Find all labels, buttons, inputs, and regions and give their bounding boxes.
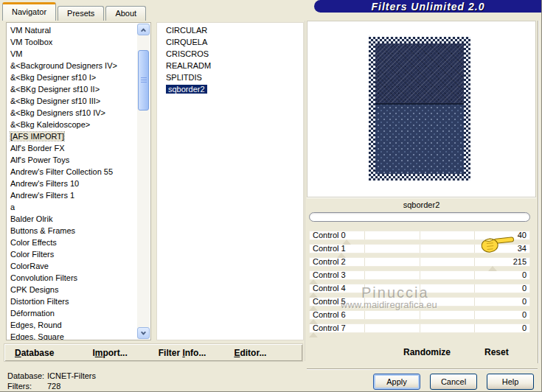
category-list-item[interactable]: VM Natural <box>7 24 137 36</box>
category-list-item[interactable]: &<Bkg Kaleidoscope> <box>7 119 137 130</box>
category-list-item[interactable]: Balder Olrik <box>7 213 137 225</box>
tab-strip: Navigator Presets About <box>2 2 147 21</box>
control-slider-row[interactable]: Control 3 0 <box>309 270 530 280</box>
filters-label: Filters: <box>7 381 47 391</box>
preview-progress-bar <box>309 212 530 222</box>
slider-thumb[interactable] <box>488 266 497 271</box>
slider-thumb[interactable] <box>309 306 318 311</box>
category-list-item[interactable]: Convolution Filters <box>7 272 137 284</box>
scrollbar-thumb[interactable] <box>138 50 149 111</box>
filter-list-item[interactable]: REALRADM <box>157 60 303 71</box>
filter-list[interactable]: CIRCULARCIRQUELACRISCROSREALRADMSPLITDIS… <box>156 22 304 340</box>
preview-caption-strip: sqborder2 <box>307 197 536 211</box>
tab-navigator[interactable]: Navigator <box>2 2 56 21</box>
preview-caption: sqborder2 <box>403 200 440 209</box>
category-list-item[interactable]: Andrew's Filters 1 <box>7 189 137 201</box>
category-list-item[interactable]: &<Bkg Designer sf10 III> <box>7 95 137 107</box>
category-list-item[interactable]: ColorRave <box>7 260 137 272</box>
editor-menu-item[interactable]: Editor... <box>234 348 266 358</box>
scroll-down-button[interactable] <box>137 327 150 339</box>
slider-track[interactable]: Control 2 215 <box>309 257 530 267</box>
slider-thumb[interactable] <box>342 239 351 245</box>
category-list-item[interactable]: Distortion Filters <box>7 295 137 307</box>
control-label: Control 7 <box>313 324 346 332</box>
watermark-site: www.maidiregrafica.eu <box>341 299 437 310</box>
control-label: Control 2 <box>313 258 346 266</box>
control-value: 0 <box>522 284 527 293</box>
category-list-item[interactable]: VM Toolbox <box>7 36 137 48</box>
control-label: Control 0 <box>313 231 346 239</box>
preview-pattern-image <box>369 37 470 181</box>
filter-info-menu-item[interactable]: Filter Info... <box>159 348 206 358</box>
category-list-item[interactable]: [AFS IMPORT] <box>7 130 137 142</box>
control-slider-row[interactable]: Control 6 0 <box>309 310 530 320</box>
control-label: Control 3 <box>313 271 346 279</box>
category-list-item[interactable]: Déformation <box>7 307 137 319</box>
category-list-item[interactable]: Andrew's Filters 10 <box>7 178 137 189</box>
slider-thumb[interactable] <box>309 332 318 337</box>
filter-list-item[interactable]: CIRQUELA <box>157 36 303 48</box>
scrollbar-grip-icon <box>141 77 147 84</box>
database-label: Database: <box>7 371 47 381</box>
filter-list-item[interactable]: SPLITDIS <box>157 71 303 83</box>
category-list-item[interactable]: Alf's Power Toys <box>7 154 137 166</box>
category-list-item[interactable]: a <box>7 201 137 213</box>
tab-about[interactable]: About <box>105 6 146 21</box>
reset-button[interactable]: Reset <box>484 347 509 357</box>
filter-list-item[interactable]: CIRCULAR <box>157 24 303 36</box>
slider-thumb[interactable] <box>309 293 318 298</box>
control-value: 0 <box>522 271 527 279</box>
category-list-item[interactable]: CPK Designs <box>7 284 137 295</box>
scroll-up-button[interactable] <box>137 24 150 35</box>
category-list[interactable]: VM NaturalVM ToolboxVM&<Background Desig… <box>6 22 151 340</box>
category-list-item[interactable]: &<Bkg Designers sf10 IV> <box>7 107 137 119</box>
filters-unlimited-dialog: Filters Unlimited 2.0 Navigator Presets … <box>0 0 542 392</box>
control-slider-row[interactable]: Control 2 215 <box>309 257 530 267</box>
control-slider-row[interactable]: Control 7 0 <box>309 323 530 333</box>
slider-track[interactable]: Control 7 0 <box>309 323 530 333</box>
control-value: 34 <box>518 245 527 253</box>
status-area: Database: ICNET-Filters Filters: 728 <box>7 371 96 391</box>
category-list-item[interactable]: Buttons & Frames <box>7 225 137 237</box>
control-label: Control 4 <box>313 284 346 293</box>
randomize-button[interactable]: Randomize <box>403 347 451 357</box>
category-list-item[interactable]: Color Filters <box>7 248 137 260</box>
cancel-button[interactable]: Cancel <box>430 374 477 390</box>
control-value: 215 <box>513 258 527 266</box>
filter-list-item[interactable]: CRISCROS <box>157 48 303 60</box>
category-list-item[interactable]: Edges, Square <box>7 331 137 340</box>
filter-list-item[interactable]: sqborder2 <box>157 83 303 95</box>
slider-track[interactable]: Control 3 0 <box>309 270 530 280</box>
category-list-item[interactable]: VM <box>7 48 137 60</box>
import-menu-item[interactable]: Import... <box>92 348 127 358</box>
pattern-bottom-texture <box>375 105 464 174</box>
slider-thumb[interactable] <box>309 279 318 284</box>
category-scrollbar[interactable] <box>137 24 150 339</box>
window-title: Filters Unlimited 2.0 <box>371 1 484 13</box>
category-list-item[interactable]: Color Effects <box>7 237 137 248</box>
category-list-item[interactable]: Edges, Round <box>7 319 137 331</box>
category-list-item[interactable]: &<Bkg Designer sf10 I> <box>7 71 137 83</box>
category-list-item[interactable]: Andrew's Filter Collection 55 <box>7 166 137 178</box>
control-value: 40 <box>518 231 527 239</box>
slider-thumb[interactable] <box>337 253 346 258</box>
slider-thumb[interactable] <box>309 319 318 324</box>
category-list-item[interactable]: &<Background Designers IV> <box>7 60 137 71</box>
filters-value: 728 <box>47 381 96 391</box>
category-list-item[interactable]: Alf's Border FX <box>7 142 137 154</box>
chevron-down-icon <box>141 329 146 335</box>
database-value: ICNET-Filters <box>47 371 96 381</box>
apply-button[interactable]: Apply <box>373 374 420 390</box>
category-list-item[interactable]: &<BKg Designer sf10 II> <box>7 83 137 95</box>
control-value: 0 <box>522 324 527 332</box>
vertical-divider <box>305 21 305 361</box>
control-value: 0 <box>522 311 527 319</box>
database-menu-item[interactable]: Database <box>15 348 54 358</box>
help-button[interactable]: Help <box>487 374 534 390</box>
slider-track[interactable]: Control 6 0 <box>309 310 530 320</box>
horizontal-divider <box>307 368 538 370</box>
title-banner: Filters Unlimited 2.0 <box>314 0 542 13</box>
pattern-top-texture <box>375 43 464 105</box>
tab-presets[interactable]: Presets <box>58 6 104 21</box>
menu-bar: Database Import... Filter Info... Editor… <box>4 343 303 362</box>
